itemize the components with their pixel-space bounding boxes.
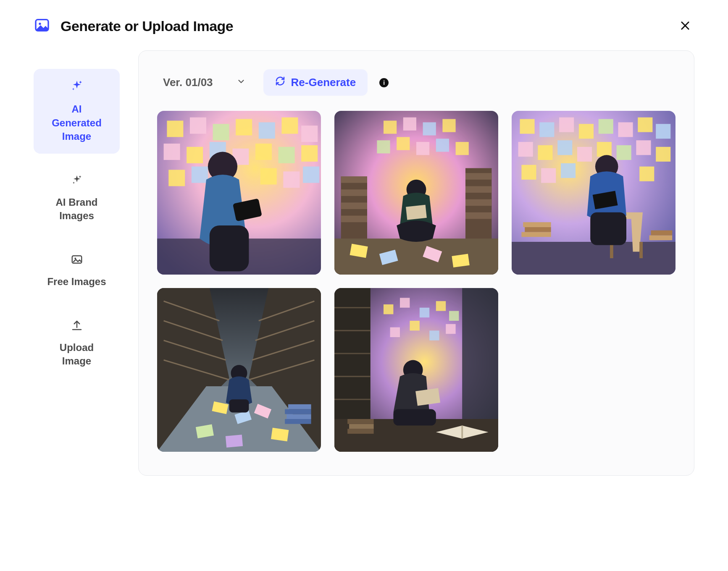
svg-rect-111 [288,404,311,409]
svg-rect-80 [523,222,551,227]
dialog-title: Generate or Upload Image [60,18,233,34]
svg-rect-62 [618,122,633,137]
svg-rect-126 [410,321,419,330]
svg-rect-136 [393,409,436,426]
results-toolbar: Ver. 01/03 Re-Generate [157,69,675,96]
sidebar-item-ai-generated-image[interactable]: AI Generated Image [34,69,120,154]
svg-rect-63 [638,118,652,132]
svg-rect-12 [164,144,180,160]
svg-rect-20 [192,167,208,183]
svg-rect-110 [285,409,311,414]
sidebar-item-label: Upload Image [60,341,94,368]
svg-rect-41 [341,176,367,183]
svg-rect-53 [452,254,469,267]
svg-rect-34 [377,140,390,153]
header-left: Generate or Upload Image [34,17,233,35]
svg-rect-132 [347,419,373,424]
version-label: Ver. 01/03 [163,76,213,89]
svg-rect-77 [512,242,675,275]
svg-rect-58 [539,122,554,137]
svg-rect-122 [420,308,429,317]
svg-rect-38 [456,142,469,155]
svg-rect-66 [538,145,552,160]
svg-rect-120 [384,304,393,314]
generated-image-card[interactable] [334,288,498,452]
picture-icon [34,17,50,35]
sidebar-item-upload-image[interactable]: Upload Image [34,309,120,378]
svg-rect-31 [403,118,416,131]
version-dropdown[interactable]: Ver. 01/03 [157,73,252,92]
svg-rect-84 [639,242,643,258]
svg-rect-8 [236,119,252,136]
sidebar-item-label: Free Images [47,275,106,288]
svg-rect-61 [599,119,613,134]
svg-rect-74 [541,168,556,183]
svg-rect-13 [187,147,203,163]
svg-rect-11 [301,126,318,142]
regenerate-label: Re-Generate [291,76,356,89]
svg-rect-121 [400,298,410,307]
svg-rect-16 [255,144,272,160]
dialog-root: Generate or Upload Image AI Generated Im… [0,0,728,489]
results-panel: Ver. 01/03 Re-Generate [138,50,694,476]
svg-rect-22 [260,168,277,185]
svg-rect-125 [390,327,400,337]
sidebar-item-ai-brand-images[interactable]: AI Brand Images [34,164,120,233]
svg-rect-79 [525,227,551,232]
svg-rect-130 [347,429,373,434]
svg-rect-59 [559,118,574,132]
image-grid [157,111,675,452]
svg-rect-70 [617,145,631,160]
close-button[interactable] [676,17,694,35]
svg-rect-68 [577,147,592,162]
svg-rect-105 [226,435,243,448]
svg-rect-9 [259,122,275,139]
svg-rect-82 [651,230,673,236]
svg-rect-81 [649,235,673,240]
svg-rect-69 [597,142,612,157]
sidebar-item-free-images[interactable]: Free Images [34,243,120,299]
svg-rect-71 [636,140,651,155]
svg-rect-128 [446,324,455,334]
sidebar-item-label: AI Generated Image [52,102,102,143]
generated-image-card[interactable] [157,111,321,275]
image-icon [71,253,83,269]
svg-rect-73 [521,165,536,180]
dialog-body: AI Generated Image AI Brand Images [34,50,694,476]
svg-rect-65 [518,142,533,157]
svg-rect-64 [656,124,670,139]
svg-rect-27 [210,225,249,271]
generated-image-card[interactable] [334,111,498,275]
svg-rect-48 [465,212,491,219]
svg-rect-37 [436,139,449,152]
svg-rect-75 [561,163,576,178]
info-icon[interactable]: i [379,78,389,87]
svg-rect-18 [301,145,318,162]
svg-rect-35 [397,137,410,150]
svg-point-1 [39,23,41,25]
svg-rect-6 [190,118,206,134]
svg-rect-57 [520,119,535,134]
upload-icon [71,319,83,335]
svg-rect-43 [341,202,367,209]
svg-rect-127 [429,330,439,340]
svg-rect-7 [213,124,229,140]
svg-rect-36 [416,142,429,155]
svg-rect-124 [449,311,459,321]
generated-image-card[interactable] [512,111,675,275]
svg-rect-42 [341,189,367,196]
refresh-icon [275,76,285,89]
svg-rect-10 [281,118,298,134]
svg-rect-107 [229,399,249,412]
svg-rect-55 [406,205,427,220]
svg-rect-45 [465,173,491,180]
svg-rect-86 [590,212,626,245]
svg-rect-60 [579,124,594,139]
svg-rect-109 [286,414,311,419]
svg-rect-104 [271,428,289,441]
regenerate-button[interactable]: Re-Generate [263,69,368,96]
svg-rect-46 [465,186,491,193]
svg-rect-33 [442,119,455,132]
svg-rect-5 [167,120,183,137]
generated-image-card[interactable] [157,288,321,452]
